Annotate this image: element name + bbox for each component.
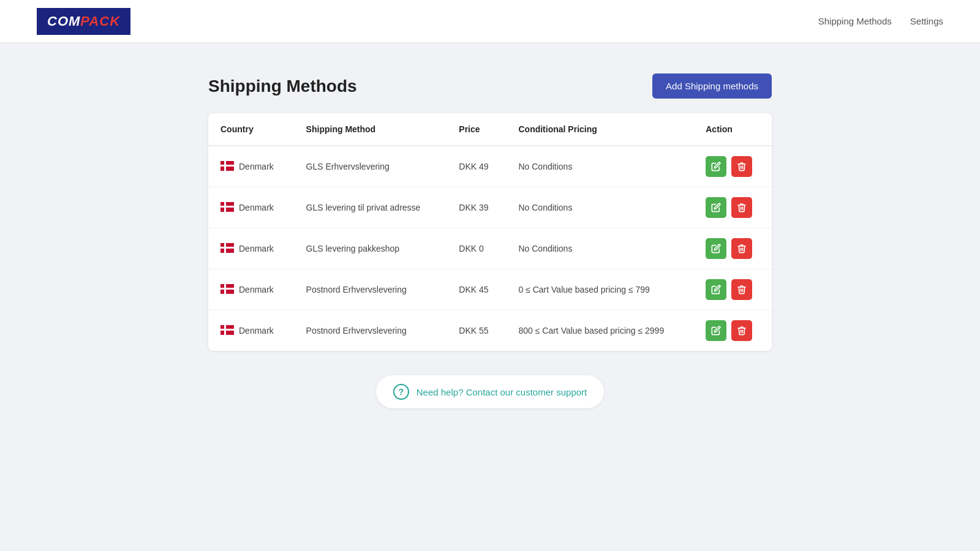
cell-country-4: Denmark xyxy=(208,310,294,351)
edit-button-3[interactable] xyxy=(706,279,726,300)
cell-conditional-pricing-3: 0 ≤ Cart Value based pricing ≤ 799 xyxy=(506,269,693,310)
shipping-methods-table: Country Shipping Method Price Conditiona… xyxy=(208,113,772,351)
cell-shipping-method-3: Postnord Erhvervslevering xyxy=(294,269,447,310)
cell-shipping-method-4: Postnord Erhvervslevering xyxy=(294,310,447,351)
cell-country-2: Denmark xyxy=(208,228,294,269)
svg-rect-11 xyxy=(221,288,234,290)
cell-price-4: DKK 55 xyxy=(447,310,506,351)
cell-conditional-pricing-0: No Conditions xyxy=(506,146,693,187)
table-row: Denmark Postnord Erhvervslevering DKK 45… xyxy=(208,269,772,310)
col-header-price: Price xyxy=(447,113,506,146)
table-row: Denmark GLS levering til privat adresse … xyxy=(208,187,772,228)
delete-button-0[interactable] xyxy=(731,156,752,177)
cell-action-4 xyxy=(693,310,772,351)
cell-shipping-method-2: GLS levering pakkeshop xyxy=(294,228,447,269)
page-title: Shipping Methods xyxy=(208,77,357,96)
denmark-flag-icon xyxy=(221,284,234,296)
main-nav: Shipping Methods Settings xyxy=(818,16,943,26)
nav-settings[interactable]: Settings xyxy=(910,16,943,26)
cell-price-1: DKK 39 xyxy=(447,187,506,228)
header: COMPACK Shipping Methods Settings xyxy=(0,0,980,43)
edit-button-1[interactable] xyxy=(706,197,726,218)
help-box: ? Need help? Contact our customer suppor… xyxy=(376,375,605,408)
cell-price-0: DKK 49 xyxy=(447,146,506,187)
col-header-conditional-pricing: Conditional Pricing xyxy=(506,113,693,146)
cell-action-3 xyxy=(693,269,772,310)
col-header-shipping-method: Shipping Method xyxy=(294,113,447,146)
logo: COMPACK xyxy=(37,8,130,35)
table-header-row: Country Shipping Method Price Conditiona… xyxy=(208,113,772,146)
denmark-flag-icon xyxy=(221,161,234,173)
main-content: Shipping Methods Add Shipping methods Co… xyxy=(196,43,784,439)
delete-button-4[interactable] xyxy=(731,320,752,341)
cell-price-3: DKK 45 xyxy=(447,269,506,310)
svg-rect-5 xyxy=(221,206,234,208)
cell-country-0: Denmark xyxy=(208,146,294,187)
edit-button-4[interactable] xyxy=(706,320,726,341)
page-header: Shipping Methods Add Shipping methods xyxy=(208,73,772,99)
table-row: Denmark Postnord Erhvervslevering DKK 55… xyxy=(208,310,772,351)
cell-country-1: Denmark xyxy=(208,187,294,228)
denmark-flag-icon xyxy=(221,202,234,214)
help-icon: ? xyxy=(393,384,409,400)
delete-button-2[interactable] xyxy=(731,238,752,259)
delete-button-3[interactable] xyxy=(731,279,752,300)
svg-rect-2 xyxy=(221,165,234,167)
nav-shipping-methods[interactable]: Shipping Methods xyxy=(818,16,892,26)
delete-button-1[interactable] xyxy=(731,197,752,218)
help-link[interactable]: Need help? Contact our customer support xyxy=(417,387,587,397)
logo-pack: PACK xyxy=(80,13,120,29)
logo-com: COM xyxy=(47,13,80,29)
cell-price-2: DKK 0 xyxy=(447,228,506,269)
cell-conditional-pricing-1: No Conditions xyxy=(506,187,693,228)
edit-button-0[interactable] xyxy=(706,156,726,177)
cell-action-0 xyxy=(693,146,772,187)
help-section: ? Need help? Contact our customer suppor… xyxy=(208,375,772,408)
table-row: Denmark GLS levering pakkeshop DKK 0 No … xyxy=(208,228,772,269)
shipping-methods-table-card: Country Shipping Method Price Conditiona… xyxy=(208,113,772,351)
cell-shipping-method-1: GLS levering til privat adresse xyxy=(294,187,447,228)
cell-shipping-method-0: GLS Erhvervslevering xyxy=(294,146,447,187)
table-row: Denmark GLS Erhvervslevering DKK 49 No C… xyxy=(208,146,772,187)
denmark-flag-icon xyxy=(221,243,234,255)
edit-button-2[interactable] xyxy=(706,238,726,259)
svg-rect-14 xyxy=(221,329,234,331)
add-shipping-methods-button[interactable]: Add Shipping methods xyxy=(652,73,772,99)
cell-action-2 xyxy=(693,228,772,269)
svg-rect-8 xyxy=(221,247,234,249)
cell-action-1 xyxy=(693,187,772,228)
cell-country-3: Denmark xyxy=(208,269,294,310)
col-header-action: Action xyxy=(693,113,772,146)
denmark-flag-icon xyxy=(221,325,234,337)
cell-conditional-pricing-2: No Conditions xyxy=(506,228,693,269)
cell-conditional-pricing-4: 800 ≤ Cart Value based pricing ≤ 2999 xyxy=(506,310,693,351)
col-header-country: Country xyxy=(208,113,294,146)
